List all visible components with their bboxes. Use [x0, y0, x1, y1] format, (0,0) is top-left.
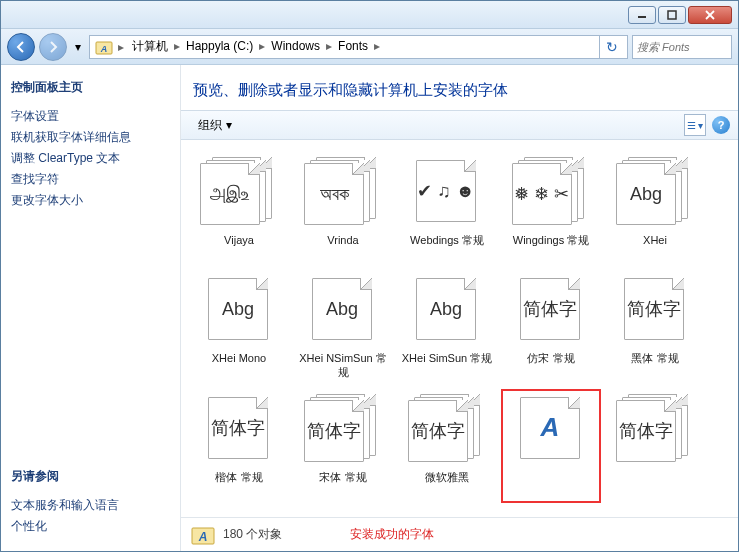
- font-thumbnail: 简体字: [304, 394, 382, 464]
- font-tile[interactable]: 简体字: [605, 389, 705, 503]
- font-thumbnail: A: [512, 394, 590, 464]
- font-thumbnail: ✔ ♫ ☻: [408, 157, 486, 227]
- close-button[interactable]: [688, 6, 732, 24]
- page-title: 预览、删除或者显示和隐藏计算机上安装的字体: [181, 65, 738, 110]
- sidebar-link[interactable]: 调整 ClearType 文本: [11, 148, 170, 169]
- status-note: 安装成功的字体: [350, 526, 434, 543]
- chevron-right-icon: ▸: [372, 39, 382, 53]
- folder-font-icon: A: [191, 523, 215, 547]
- sidebar-header: 控制面板主页: [11, 79, 170, 96]
- font-tile[interactable]: ❅ ❄ ✂Wingdings 常规: [501, 152, 601, 266]
- font-tile[interactable]: AbgXHei NSimSun 常规: [293, 270, 393, 385]
- nav-history-dropdown[interactable]: ▾: [71, 37, 85, 57]
- font-thumbnail: Abg: [408, 275, 486, 345]
- font-thumbnail: 简体字: [200, 394, 278, 464]
- font-label: XHei SimSun 常规: [402, 351, 492, 379]
- font-thumbnail: 简体字: [616, 394, 694, 464]
- sidebar-link[interactable]: 联机获取字体详细信息: [11, 127, 170, 148]
- sidebar-link[interactable]: 查找字符: [11, 169, 170, 190]
- font-tile[interactable]: অবকVrinda: [293, 152, 393, 266]
- see-also-header: 另请参阅: [11, 468, 170, 485]
- font-label: XHei: [643, 233, 667, 261]
- font-thumbnail: ❅ ❄ ✂: [512, 157, 590, 227]
- font-label: 楷体 常规: [215, 470, 262, 498]
- font-label: Vrinda: [327, 233, 358, 261]
- breadcrumb[interactable]: A ▸ 计算机▸Happyla (C:)▸Windows▸Fonts▸ ↻: [89, 35, 628, 59]
- font-label: 宋体 常规: [319, 470, 366, 498]
- font-tile[interactable]: அஇஉVijaya: [189, 152, 289, 266]
- back-button[interactable]: [7, 33, 35, 61]
- font-thumbnail: Abg: [616, 157, 694, 227]
- forward-button[interactable]: [39, 33, 67, 61]
- font-tile[interactable]: AbgXHei: [605, 152, 705, 266]
- status-count: 180 个对象: [223, 526, 282, 543]
- svg-text:A: A: [100, 44, 108, 54]
- font-tile[interactable]: 简体字黑体 常规: [605, 270, 705, 385]
- font-thumbnail: 简体字: [512, 275, 590, 345]
- font-label: 仿宋 常规: [527, 351, 574, 379]
- folder-font-icon: A: [94, 37, 114, 57]
- breadcrumb-segment[interactable]: Happyla (C:): [182, 37, 257, 55]
- font-tile[interactable]: ✔ ♫ ☻Webdings 常规: [397, 152, 497, 266]
- sidebar-link[interactable]: 字体设置: [11, 106, 170, 127]
- help-button[interactable]: ?: [712, 116, 730, 134]
- see-also-link[interactable]: 个性化: [11, 516, 170, 537]
- font-tile[interactable]: 简体字微软雅黑: [397, 389, 497, 503]
- sidebar-link[interactable]: 更改字体大小: [11, 190, 170, 211]
- chevron-right-icon: ▸: [324, 39, 334, 53]
- font-thumbnail: 简体字: [408, 394, 486, 464]
- svg-rect-1: [668, 11, 676, 19]
- navbar: ▾ A ▸ 计算机▸Happyla (C:)▸Windows▸Fonts▸ ↻: [1, 29, 738, 65]
- titlebar: [1, 1, 738, 29]
- breadcrumb-segment[interactable]: 计算机: [128, 37, 172, 55]
- font-grid: அஇஉVijayaঅবকVrinda✔ ♫ ☻Webdings 常规❅ ❄ ✂W…: [181, 140, 738, 517]
- view-options-button[interactable]: ☰ ▾: [684, 114, 706, 136]
- toolbar: 组织 ▾ ☰ ▾ ?: [181, 110, 738, 140]
- maximize-button[interactable]: [658, 6, 686, 24]
- font-label: Vijaya: [224, 233, 254, 261]
- search-field[interactable]: [637, 41, 727, 53]
- font-tile[interactable]: 简体字仿宋 常规: [501, 270, 601, 385]
- font-tile[interactable]: 简体字楷体 常规: [189, 389, 289, 503]
- font-tile[interactable]: 简体字宋体 常规: [293, 389, 393, 503]
- chevron-right-icon: ▸: [172, 39, 182, 53]
- breadcrumb-segment[interactable]: Windows: [267, 37, 324, 55]
- font-thumbnail: Abg: [200, 275, 278, 345]
- breadcrumb-segment[interactable]: Fonts: [334, 37, 372, 55]
- font-label: 微软雅黑: [425, 470, 469, 498]
- font-tile[interactable]: AbgXHei SimSun 常规: [397, 270, 497, 385]
- font-thumbnail: Abg: [304, 275, 382, 345]
- font-label: XHei Mono: [212, 351, 266, 379]
- refresh-button[interactable]: ↻: [599, 36, 623, 58]
- svg-text:A: A: [198, 530, 208, 544]
- see-also-link[interactable]: 文本服务和输入语言: [11, 495, 170, 516]
- chevron-right-icon: ▸: [257, 39, 267, 53]
- chevron-down-icon: ▾: [226, 118, 232, 132]
- font-label: Wingdings 常规: [513, 233, 589, 261]
- font-tile[interactable]: AbgXHei Mono: [189, 270, 289, 385]
- minimize-button[interactable]: [628, 6, 656, 24]
- font-label: Webdings 常规: [410, 233, 484, 261]
- font-thumbnail: அஇஉ: [200, 157, 278, 227]
- font-thumbnail: 简体字: [616, 275, 694, 345]
- sidebar: 控制面板主页 字体设置联机获取字体详细信息调整 ClearType 文本查找字符…: [1, 65, 181, 551]
- main-panel: 预览、删除或者显示和隐藏计算机上安装的字体 组织 ▾ ☰ ▾ ? அஇஉVija…: [181, 65, 738, 551]
- font-tile[interactable]: A: [501, 389, 601, 503]
- status-bar: A 180 个对象 安装成功的字体: [181, 517, 738, 551]
- organize-button[interactable]: 组织 ▾: [189, 113, 241, 138]
- font-label: XHei NSimSun 常规: [296, 351, 390, 380]
- font-label: 黑体 常规: [631, 351, 678, 379]
- search-input[interactable]: [632, 35, 732, 59]
- chevron-right-icon: ▸: [116, 40, 126, 54]
- font-thumbnail: অবক: [304, 157, 382, 227]
